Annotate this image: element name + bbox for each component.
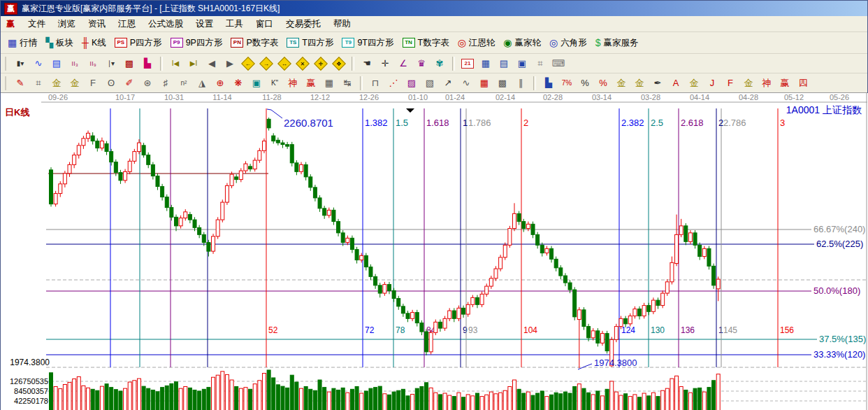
- n-square-icon[interactable]: n²: [175, 75, 192, 91]
- j-angle-icon[interactable]: J: [704, 75, 721, 91]
- si-angle-icon[interactable]: 四: [795, 75, 811, 91]
- levels-icon[interactable]: ▙: [540, 75, 557, 91]
- menu-item-0[interactable]: 文件: [22, 17, 52, 31]
- percent7-icon[interactable]: 7%: [558, 75, 575, 91]
- a-wave-icon[interactable]: A: [667, 75, 684, 91]
- candle-body: [350, 238, 354, 249]
- gold-gate2-icon[interactable]: 金: [66, 75, 83, 91]
- net-send-icon[interactable]: ⌗: [532, 55, 549, 71]
- p9-square-button[interactable]: P99P四方形: [171, 37, 223, 49]
- ying-angle-icon[interactable]: 赢: [776, 75, 793, 91]
- info-doc-icon[interactable]: ▤: [48, 55, 65, 71]
- percent-line-icon[interactable]: %: [595, 75, 612, 91]
- width-arrows-icon[interactable]: ↹: [339, 75, 356, 91]
- hash-ticks-icon[interactable]: ♯: [157, 75, 174, 91]
- spiral-icon[interactable]: ʘ: [103, 75, 120, 91]
- circle-target-icon[interactable]: ⊕: [212, 75, 229, 91]
- gold-line-icon[interactable]: 金: [631, 75, 648, 91]
- parallel-lines-icon[interactable]: ∥: [512, 75, 529, 91]
- gold-angle-icon[interactable]: 金: [686, 75, 702, 91]
- pen-angle-icon[interactable]: ✒: [649, 75, 666, 91]
- menu-item-1[interactable]: 浏览: [52, 17, 82, 31]
- menu-item-8[interactable]: 交易委托: [280, 17, 327, 31]
- ying-grid-icon[interactable]: 赢: [303, 75, 319, 91]
- winner-wheel-button[interactable]: ◉赢家轮: [503, 37, 541, 49]
- winner-service-button[interactable]: $赢家服务: [595, 37, 639, 49]
- bars-3-icon[interactable]: ıı₃: [66, 55, 83, 71]
- t-number-button[interactable]: TNT数字表: [403, 37, 449, 49]
- grid-box-icon[interactable]: ▩: [494, 75, 511, 91]
- menu-item-4[interactable]: 公式选股: [142, 17, 189, 31]
- gold-gate-icon[interactable]: 金: [48, 75, 65, 91]
- hexagon-button[interactable]: ◎六角形: [549, 37, 587, 49]
- pattern-red-icon[interactable]: ▩: [121, 55, 138, 71]
- calculator-icon[interactable]: ▦: [477, 55, 494, 71]
- candle-type-dropdown-icon[interactable]: ∣▾: [103, 55, 120, 71]
- nav-last-icon[interactable]: ▶Ι: [185, 55, 202, 71]
- title-bar[interactable]: 赢 赢家江恩专业版[赢家内部服务平台] - [上证指数 SH1A0001-167…: [1, 1, 867, 16]
- star-target-icon[interactable]: ❋: [230, 75, 247, 91]
- chart-panel: 66.67%(240)62.5%(225)50.0%(180)37.5%(135…: [1, 93, 868, 410]
- grid-ticks-icon[interactable]: ⌗: [30, 75, 47, 91]
- brain-tool-icon[interactable]: ✾: [431, 55, 448, 71]
- t9-square-button[interactable]: T99T四方形: [342, 37, 393, 49]
- menu-item-6[interactable]: 工具: [219, 17, 249, 31]
- kline-button[interactable]: ╫K线: [82, 37, 106, 49]
- angle-a-icon[interactable]: ◮: [194, 75, 210, 91]
- zoom-right-icon[interactable]: →: [258, 55, 275, 71]
- marker-triangle-icon[interactable]: [406, 108, 414, 113]
- box-target-icon[interactable]: ▣: [248, 75, 265, 91]
- nav-next-icon[interactable]: ▶: [222, 55, 238, 71]
- trend-wave-icon[interactable]: ∿: [30, 55, 47, 71]
- f-grid-icon[interactable]: F: [85, 75, 101, 91]
- zoom-all-icon[interactable]: ✥: [331, 55, 347, 71]
- zigzag-icon[interactable]: ∿: [458, 75, 475, 91]
- gold-angle2-icon[interactable]: 金: [740, 75, 757, 91]
- trend-line-icon[interactable]: ↗: [440, 75, 456, 91]
- fan-lines-icon[interactable]: ⋰: [385, 75, 402, 91]
- gann-wheel-button[interactable]: ◎江恩轮: [458, 37, 496, 49]
- sectors-button[interactable]: ▚板块: [45, 37, 73, 49]
- shen-grid-icon[interactable]: 神: [284, 75, 301, 91]
- grid-123-icon[interactable]: ▦: [321, 75, 338, 91]
- crown-tool-icon[interactable]: ♛: [413, 55, 430, 71]
- draw-pen-icon[interactable]: ✎: [12, 75, 29, 91]
- menu-item-2[interactable]: 资讯: [82, 17, 112, 31]
- bars-9-icon[interactable]: ıı₉: [85, 55, 101, 71]
- zoom-x-icon[interactable]: ✕: [294, 55, 311, 71]
- volume-histogram-icon[interactable]: ▙: [139, 55, 156, 71]
- grid-dots-icon[interactable]: ▦: [476, 75, 493, 91]
- chart-canvas[interactable]: 66.67%(240)62.5%(225)50.0%(180)37.5%(135…: [1, 93, 868, 410]
- f-angle-icon[interactable]: F: [722, 75, 739, 91]
- percent-icon[interactable]: %: [577, 75, 593, 91]
- menu-item-3[interactable]: 江恩: [112, 17, 142, 31]
- t-square-button[interactable]: TST四方形: [287, 37, 333, 49]
- menu-item-9[interactable]: 帮助: [327, 17, 357, 31]
- gate-tool-icon[interactable]: ⊓: [367, 75, 384, 91]
- hand-tool-icon[interactable]: ☚: [359, 55, 375, 71]
- shen-angle-icon[interactable]: 神: [758, 75, 775, 91]
- circle-grid-icon[interactable]: ⊛: [139, 75, 156, 91]
- gold-circle-icon[interactable]: 金: [613, 75, 630, 91]
- notepad-icon[interactable]: ▤: [496, 55, 512, 71]
- zoom-left-icon[interactable]: ←: [240, 55, 256, 71]
- zoom-h-icon[interactable]: ↔: [276, 55, 293, 71]
- compass-pen-icon[interactable]: ✐: [121, 75, 138, 91]
- fan-box-icon[interactable]: ▨: [403, 75, 420, 91]
- fan-box2-icon[interactable]: ▧: [421, 75, 438, 91]
- menu-item-7[interactable]: 窗口: [249, 17, 280, 31]
- net-pc-icon[interactable]: ⌨: [550, 55, 567, 71]
- crosshair-tool-icon[interactable]: ✛: [377, 55, 393, 71]
- save-icon[interactable]: ▣: [514, 55, 530, 71]
- p-square-button[interactable]: PSP四方形: [115, 37, 162, 49]
- menu-item-5[interactable]: 设置: [189, 17, 219, 31]
- k-quote-icon[interactable]: K": [266, 75, 283, 91]
- kline-style-dropdown-icon[interactable]: ▮▾: [12, 55, 29, 71]
- calendar-icon[interactable]: 21: [459, 55, 476, 71]
- quotes-button[interactable]: ▦行情: [8, 37, 37, 49]
- nav-first-icon[interactable]: Ι◀: [167, 55, 184, 71]
- p-number-button[interactable]: PNP数字表: [231, 37, 278, 49]
- nav-prev-icon[interactable]: ◀: [203, 55, 220, 71]
- angle-tool-icon[interactable]: ∠: [395, 55, 412, 71]
- zoom-plus-icon[interactable]: ✛: [312, 55, 329, 71]
